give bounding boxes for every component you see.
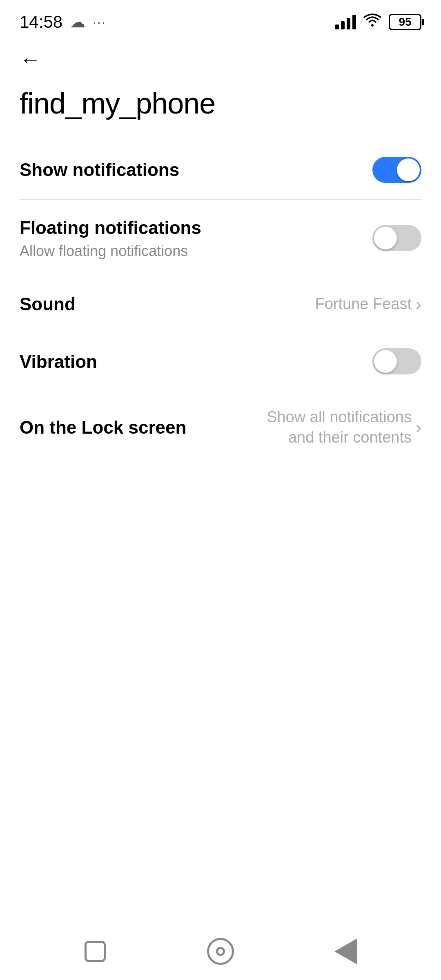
back-nav-icon bbox=[334, 938, 357, 964]
floating-notifications-label: Floating notifications bbox=[20, 216, 372, 239]
vibration-label: Vibration bbox=[20, 350, 372, 373]
show-notifications-label: Show notifications bbox=[20, 158, 372, 181]
lock-screen-value: Show all notifications and their content… bbox=[266, 407, 412, 448]
sound-value-row: Fortune Feast › bbox=[315, 294, 421, 314]
sound-item[interactable]: Sound Fortune Feast › bbox=[0, 276, 441, 332]
toggle-thumb bbox=[397, 158, 420, 181]
battery-level: 95 bbox=[399, 16, 411, 29]
battery-indicator: 95 bbox=[389, 14, 421, 30]
back-button[interactable]: ← bbox=[0, 37, 441, 74]
vibration-toggle[interactable] bbox=[372, 348, 421, 374]
cloud-icon: ☁ bbox=[70, 13, 85, 31]
svg-point-0 bbox=[371, 24, 374, 27]
dots-icon: ··· bbox=[93, 15, 106, 30]
sound-value: Fortune Feast bbox=[315, 295, 412, 313]
show-notifications-item: Show notifications bbox=[0, 140, 441, 199]
show-notifications-toggle[interactable] bbox=[372, 157, 421, 183]
status-right: 95 bbox=[335, 13, 421, 31]
status-bar: 14:58 ☁ ··· 95 bbox=[0, 0, 441, 37]
floating-notifications-toggle[interactable] bbox=[372, 225, 421, 251]
page-title: find_my_phone bbox=[0, 74, 441, 140]
home-button[interactable] bbox=[204, 935, 237, 968]
settings-list: Show notifications Floating notification… bbox=[0, 140, 441, 464]
lock-screen-value-row: Show all notifications and their content… bbox=[266, 407, 421, 448]
back-nav-button[interactable] bbox=[330, 935, 362, 968]
recent-apps-icon bbox=[85, 941, 106, 962]
floating-notifications-subtitle: Allow floating notifications bbox=[20, 243, 372, 260]
lock-screen-item[interactable]: On the Lock screen Show all notification… bbox=[0, 391, 441, 464]
status-left: 14:58 ☁ ··· bbox=[20, 12, 106, 32]
sound-chevron-icon: › bbox=[416, 294, 421, 314]
lock-screen-chevron-icon: › bbox=[416, 418, 421, 437]
floating-notifications-item: Floating notifications Allow floating no… bbox=[0, 200, 441, 276]
nav-bar bbox=[0, 923, 441, 980]
sound-label: Sound bbox=[20, 292, 315, 316]
home-icon bbox=[207, 938, 234, 965]
back-arrow-icon: ← bbox=[20, 49, 41, 70]
vibration-item: Vibration bbox=[0, 332, 441, 391]
signal-icon bbox=[335, 15, 356, 29]
toggle-thumb-float bbox=[374, 227, 397, 249]
lock-screen-label: On the Lock screen bbox=[20, 416, 266, 439]
status-time: 14:58 bbox=[20, 12, 62, 32]
recent-apps-button[interactable] bbox=[79, 935, 111, 968]
wifi-icon bbox=[363, 13, 381, 31]
toggle-thumb-vibration bbox=[374, 350, 397, 373]
